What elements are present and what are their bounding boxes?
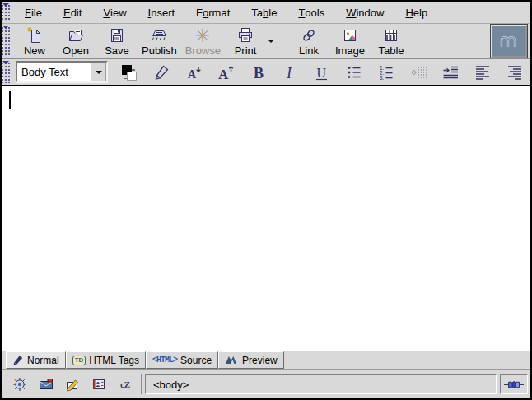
- new-icon: [26, 26, 44, 44]
- toolbar-button-label: Save: [105, 44, 129, 57]
- publish-button[interactable]: Publish: [138, 25, 181, 58]
- open-button[interactable]: Open: [55, 25, 96, 58]
- font-larger-icon: A: [216, 63, 236, 82]
- new-button[interactable]: New: [14, 25, 55, 58]
- svg-text:I: I: [286, 64, 292, 81]
- browse-icon: [194, 26, 212, 44]
- outdent-button[interactable]: [402, 61, 434, 84]
- html-source-icon: <HTML>: [152, 356, 177, 365]
- edit-mode-tabbar: NormalTDHTML Tags<HTML>SourcePreview: [2, 351, 530, 370]
- editor-canvas[interactable]: [2, 85, 530, 351]
- tab-label: Preview: [242, 355, 278, 366]
- italic-icon: I: [280, 63, 300, 82]
- element-path-text: <body>: [153, 379, 189, 391]
- table-button[interactable]: Table: [371, 25, 412, 58]
- toolbar-grippy[interactable]: [2, 26, 11, 57]
- toolbar-separator: [282, 28, 282, 54]
- underline-button[interactable]: U: [306, 61, 338, 84]
- bold-icon: B: [248, 63, 268, 82]
- link-icon: [300, 26, 318, 44]
- chatzilla-icon[interactable]: cZ: [117, 376, 133, 393]
- menu-tools[interactable]: Tools: [287, 2, 335, 23]
- browse-button: Browse: [181, 25, 225, 58]
- tab-label: Normal: [27, 355, 59, 366]
- svg-text:B: B: [254, 64, 264, 81]
- navigator-icon[interactable]: [12, 376, 28, 393]
- tab-label: HTML Tags: [89, 355, 139, 366]
- italic-button[interactable]: I: [273, 61, 306, 84]
- text-color-swatch-button[interactable]: [113, 61, 145, 84]
- underline-icon: U: [312, 63, 332, 82]
- toolbar-button-label: Print: [235, 44, 257, 57]
- numbered-list-button[interactable]: 1.2.3.: [370, 61, 402, 84]
- chatzilla-icon-text: cZ: [120, 379, 130, 389]
- indent-icon: [441, 63, 460, 82]
- component-bar: cZ: [4, 374, 142, 394]
- element-path-field[interactable]: <body>: [145, 374, 497, 394]
- image-button[interactable]: Image: [329, 25, 371, 58]
- html-tags-icon: TD: [72, 356, 86, 365]
- toolbar-grippy[interactable]: [2, 61, 11, 83]
- color-swatch-icon: [119, 63, 139, 82]
- numbered-list-icon: 1.2.3.: [376, 63, 396, 82]
- menu-file[interactable]: File: [14, 2, 53, 23]
- toolbar-button-label: Publish: [142, 44, 177, 57]
- composer-icon[interactable]: [64, 376, 81, 393]
- indent-button[interactable]: [434, 61, 466, 84]
- save-button[interactable]: Save: [96, 25, 138, 58]
- menu-view[interactable]: View: [92, 2, 137, 23]
- format-toolbar: Body Text AABIU1.2.3.: [2, 59, 530, 85]
- mozilla-logo[interactable]: [491, 25, 527, 58]
- font-smaller-icon: A: [184, 63, 203, 82]
- tab-source[interactable]: <HTML>Source: [146, 351, 218, 369]
- main-toolbar: NewOpenSavePublishBrowsePrintLinkImageTa…: [2, 24, 530, 59]
- toolbar-button-label: New: [24, 44, 45, 57]
- print-button[interactable]: Print: [225, 25, 266, 58]
- highlight-color-button[interactable]: [145, 61, 177, 84]
- print-icon: [236, 26, 254, 44]
- bullet-list-icon: [344, 63, 364, 82]
- svg-text:U: U: [316, 65, 326, 79]
- paragraph-format-value: Body Text: [17, 63, 91, 81]
- menu-window[interactable]: Window: [335, 2, 394, 23]
- toolbar-button-label: Image: [335, 44, 365, 57]
- svg-text:A: A: [188, 68, 197, 81]
- toolbar-button-label: Link: [299, 44, 319, 57]
- addressbook-icon[interactable]: [91, 376, 107, 393]
- mail-icon[interactable]: [38, 376, 54, 393]
- open-icon: [67, 26, 85, 44]
- bullet-list-button[interactable]: [338, 61, 370, 84]
- bold-button[interactable]: B: [241, 61, 273, 84]
- tab-preview[interactable]: Preview: [218, 351, 284, 369]
- text-caret: [9, 91, 11, 109]
- online-indicator[interactable]: [500, 374, 528, 394]
- menu-insert[interactable]: Insert: [138, 2, 186, 23]
- tab-label: Source: [180, 355, 212, 366]
- menu-table[interactable]: Table: [240, 2, 287, 23]
- svg-text:3.: 3.: [380, 74, 385, 80]
- highlight-pen-icon: [152, 63, 171, 82]
- decrease-font-size-button[interactable]: A: [177, 61, 209, 84]
- increase-font-size-button[interactable]: A: [209, 61, 241, 84]
- publish-icon: [150, 26, 168, 44]
- chevron-down-icon[interactable]: [91, 63, 106, 81]
- toolbar-button-label: Open: [63, 44, 89, 57]
- toolbar-button-label: Table: [378, 44, 404, 57]
- paragraph-format-select[interactable]: Body Text: [16, 61, 108, 83]
- link-button[interactable]: Link: [288, 25, 329, 58]
- table-icon: [382, 26, 400, 44]
- save-icon: [108, 26, 126, 44]
- toolbar-grippy[interactable]: [2, 3, 11, 21]
- menu-edit[interactable]: Edit: [53, 2, 92, 23]
- align-right-button[interactable]: [498, 61, 530, 84]
- image-icon: [341, 26, 359, 44]
- align-left-button[interactable]: [466, 61, 498, 84]
- tab-html-tags[interactable]: TDHTML Tags: [66, 351, 146, 369]
- menu-help[interactable]: Help: [394, 2, 438, 23]
- statusbar: cZ <body>: [2, 370, 530, 398]
- tab-normal[interactable]: Normal: [6, 351, 66, 369]
- menu-format[interactable]: Format: [185, 2, 240, 23]
- print-dropdown-arrow[interactable]: [266, 25, 276, 58]
- toolbar-button-label: Browse: [185, 44, 221, 57]
- align-left-icon: [473, 63, 492, 82]
